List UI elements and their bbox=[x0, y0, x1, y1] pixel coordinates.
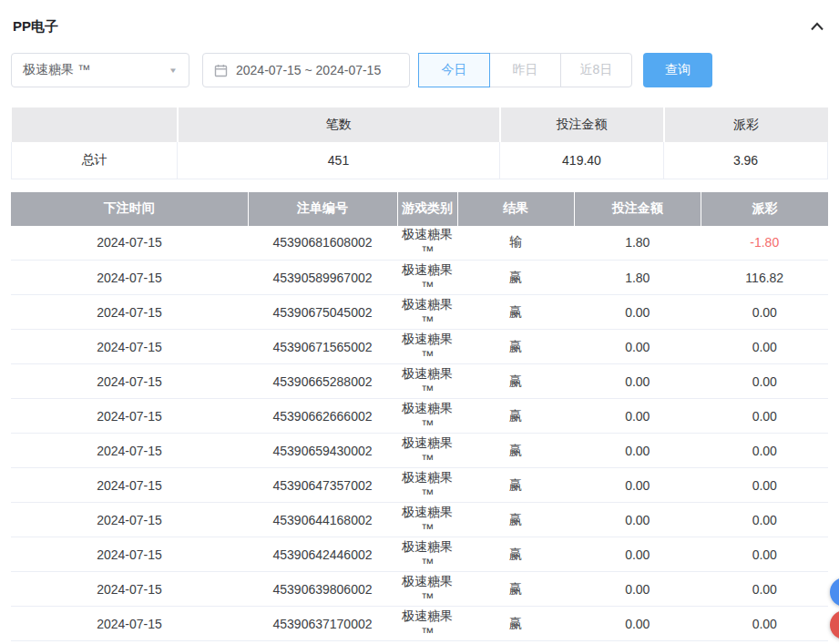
bet-id: 45390589967002 bbox=[248, 261, 397, 295]
bet-amount: 0.00 bbox=[574, 607, 701, 641]
bet-id: 45390642446002 bbox=[248, 537, 397, 572]
bet-amount: 0.00 bbox=[574, 364, 701, 399]
summary-table: 笔数 投注金额 派彩 总计 451 419.40 3.96 bbox=[11, 107, 828, 179]
table-row: 2024-07-15 45390662666002 极速糖果 ™ 赢 0.00 … bbox=[11, 399, 828, 434]
bet-date: 2024-07-15 bbox=[11, 537, 248, 572]
table-row: 2024-07-15 45390589967002 极速糖果 ™ 赢 1.80 … bbox=[11, 261, 828, 295]
bet-date: 2024-07-15 bbox=[11, 226, 248, 261]
bet-game: 极速糖果 ™ bbox=[397, 399, 457, 434]
bets-column-header: 游戏类别 bbox=[397, 192, 457, 226]
summary-column-header: 投注金额 bbox=[500, 107, 664, 142]
bet-id: 45390675045002 bbox=[248, 295, 397, 330]
panel-header: PP电子 bbox=[11, 13, 828, 40]
bet-result: 赢 bbox=[457, 468, 574, 503]
quick-range-button[interactable]: 今日 bbox=[418, 53, 490, 87]
bet-payout: 0.00 bbox=[701, 330, 829, 364]
summary-column-header bbox=[12, 107, 178, 142]
bet-game: 极速糖果 ™ bbox=[397, 295, 457, 330]
bet-game: 极速糖果 ™ bbox=[397, 607, 457, 641]
bet-amount: 1.80 bbox=[574, 226, 701, 261]
bet-game: 极速糖果 ™ bbox=[397, 226, 457, 261]
bet-game: 极速糖果 ™ bbox=[397, 537, 457, 572]
table-row: 2024-07-15 45390642446002 极速糖果 ™ 赢 0.00 … bbox=[11, 537, 828, 572]
summary-header-row: 笔数 投注金额 派彩 bbox=[12, 107, 828, 142]
bet-payout: 0.00 bbox=[701, 468, 829, 503]
chevron-down-icon: ▼ bbox=[169, 66, 178, 75]
bet-amount: 0.00 bbox=[574, 537, 701, 572]
calendar-icon bbox=[214, 64, 228, 77]
bet-amount: 0.00 bbox=[574, 434, 701, 468]
bet-date: 2024-07-15 bbox=[11, 503, 248, 537]
bet-payout: 116.82 bbox=[701, 261, 829, 295]
bet-date: 2024-07-15 bbox=[11, 330, 248, 364]
game-select-value: 极速糖果 ™ bbox=[23, 62, 90, 78]
bet-date: 2024-07-15 bbox=[11, 434, 248, 468]
summary-total-label: 总计 bbox=[12, 142, 178, 179]
summary-total-row: 总计 451 419.40 3.96 bbox=[12, 142, 828, 179]
bet-result: 输 bbox=[457, 226, 574, 261]
bet-date: 2024-07-15 bbox=[11, 364, 248, 399]
date-range-value: 2024-07-15 ~ 2024-07-15 bbox=[236, 63, 381, 77]
bet-amount: 0.00 bbox=[574, 295, 701, 330]
bet-game: 极速糖果 ™ bbox=[397, 434, 457, 468]
bet-result: 赢 bbox=[457, 607, 574, 641]
bets-table-body: 2024-07-15 45390681608002 极速糖果 ™ 输 1.80 … bbox=[11, 226, 828, 641]
summary-payout-value: 3.96 bbox=[664, 142, 828, 179]
bet-id: 45390662666002 bbox=[248, 399, 397, 434]
bet-id: 45390639806002 bbox=[248, 572, 397, 607]
table-row: 2024-07-15 45390681608002 极速糖果 ™ 输 1.80 … bbox=[11, 226, 828, 261]
bet-amount: 1.80 bbox=[574, 261, 701, 295]
quick-range-button[interactable]: 近8日 bbox=[560, 53, 632, 87]
bet-result: 赢 bbox=[457, 537, 574, 572]
bet-result: 赢 bbox=[457, 295, 574, 330]
chevron-up-icon[interactable] bbox=[810, 21, 824, 32]
table-row: 2024-07-15 45390675045002 极速糖果 ™ 赢 0.00 … bbox=[11, 295, 828, 330]
bet-game: 极速糖果 ™ bbox=[397, 364, 457, 399]
summary-count-value: 451 bbox=[178, 142, 500, 179]
table-row: 2024-07-15 45390671565002 极速糖果 ™ 赢 0.00 … bbox=[11, 330, 828, 364]
bet-result: 赢 bbox=[457, 330, 574, 364]
bets-column-header: 投注金额 bbox=[574, 192, 701, 226]
table-row: 2024-07-15 45390647357002 极速糖果 ™ 赢 0.00 … bbox=[11, 468, 828, 503]
bet-id: 45390659430002 bbox=[248, 434, 397, 468]
bet-date: 2024-07-15 bbox=[11, 261, 248, 295]
search-button[interactable]: 查询 bbox=[643, 53, 712, 87]
bet-game: 极速糖果 ™ bbox=[397, 261, 457, 295]
game-select[interactable]: 极速糖果 ™ ▼ bbox=[11, 53, 189, 87]
bet-payout: 0.00 bbox=[701, 399, 829, 434]
bets-column-header: 派彩 bbox=[701, 192, 829, 226]
bet-amount: 0.00 bbox=[574, 572, 701, 607]
bet-result: 赢 bbox=[457, 434, 574, 468]
bet-result: 赢 bbox=[457, 503, 574, 537]
bet-payout: 0.00 bbox=[701, 434, 829, 468]
table-row: 2024-07-15 45390665288002 极速糖果 ™ 赢 0.00 … bbox=[11, 364, 828, 399]
bet-amount: 0.00 bbox=[574, 503, 701, 537]
date-range-input[interactable]: 2024-07-15 ~ 2024-07-15 bbox=[202, 53, 410, 87]
filter-bar: 极速糖果 ™ ▼ 2024-07-15 ~ 2024-07-15 今日 昨日 近… bbox=[11, 53, 828, 87]
bet-game: 极速糖果 ™ bbox=[397, 503, 457, 537]
bet-date: 2024-07-15 bbox=[11, 295, 248, 330]
bet-game: 极速糖果 ™ bbox=[397, 330, 457, 364]
bet-game: 极速糖果 ™ bbox=[397, 468, 457, 503]
quick-range-buttons: 今日 昨日 近8日 bbox=[419, 53, 632, 87]
quick-range-button[interactable]: 昨日 bbox=[489, 53, 561, 87]
bet-result: 赢 bbox=[457, 399, 574, 434]
page-title: PP电子 bbox=[13, 18, 58, 36]
bets-column-header: 结果 bbox=[457, 192, 574, 226]
bet-date: 2024-07-15 bbox=[11, 399, 248, 434]
bet-amount: 0.00 bbox=[574, 468, 701, 503]
bet-result: 赢 bbox=[457, 572, 574, 607]
bet-amount: 0.00 bbox=[574, 330, 701, 364]
summary-column-header: 派彩 bbox=[664, 107, 828, 142]
bet-payout: 0.00 bbox=[701, 295, 829, 330]
summary-bet-amount-value: 419.40 bbox=[500, 142, 664, 179]
table-row: 2024-07-15 45390637170002 极速糖果 ™ 赢 0.00 … bbox=[11, 607, 828, 641]
bet-amount: 0.00 bbox=[574, 399, 701, 434]
bets-table: 下注时间 注单编号 游戏类别 结果 投注金额 派彩 2024-07-15 453… bbox=[11, 192, 828, 642]
bets-column-header: 注单编号 bbox=[248, 192, 397, 226]
bet-id: 45390671565002 bbox=[248, 330, 397, 364]
bet-result: 赢 bbox=[457, 364, 574, 399]
bet-result: 赢 bbox=[457, 261, 574, 295]
bet-date: 2024-07-15 bbox=[11, 468, 248, 503]
table-row: 2024-07-15 45390639806002 极速糖果 ™ 赢 0.00 … bbox=[11, 572, 828, 607]
